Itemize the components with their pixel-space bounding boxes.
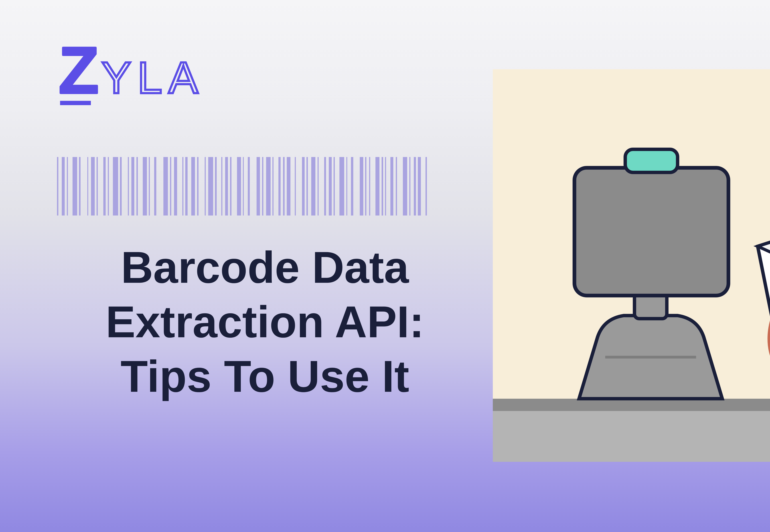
barcode-bar [287,157,290,216]
monitor-back [575,168,728,296]
barcode-bar [205,157,206,216]
barcode-bar [360,157,363,216]
barcode-bar [329,157,332,216]
barcode-bar [391,157,393,216]
barcode-bar [306,157,308,216]
barcode-bar [221,157,222,216]
barcode-bar [182,157,183,216]
illustration-container [493,69,770,462]
barcode-bar [120,157,122,216]
barcode-bar [381,157,383,216]
barcode-bar [154,157,156,216]
barcode-bar [256,157,260,216]
barcode-bar [396,157,397,216]
barcode-bar [409,157,411,216]
barcode-bar [278,157,281,216]
receipt-slot [625,149,678,172]
barcode-bar [128,157,129,216]
headline-text: Barcode Data Extraction API: Tips To Use… [57,240,473,403]
barcode-bar [262,157,263,216]
counter-front [493,411,770,462]
barcode-bar [230,157,231,216]
barcode-bar [103,157,106,216]
brand-logo: Z YLA [58,43,204,100]
barcode-bar [170,157,171,216]
barcode-bar [108,157,109,216]
barcode-bar [426,157,427,216]
barcode-bar [243,157,244,216]
barcode-bar [191,157,195,216]
barcode-bar [67,157,68,216]
barcode-bar [311,157,315,216]
barcode-bar [225,157,228,216]
barcode-bar [149,157,150,216]
headline-line-2: Extraction API: [57,295,473,349]
barcode-bar [351,157,353,216]
barcode-bar [237,157,241,216]
barcode-bar [266,157,270,216]
barcode-bar [375,157,379,216]
barcode-bar [91,157,95,216]
barcode-bar [97,157,98,216]
barcode-bar [385,157,386,216]
promo-banner: Z YLA Barcode Data Extraction API: Tips … [0,0,770,532]
logo-letter-z: Z [58,43,97,97]
barcode-bar [403,157,407,216]
barcode-bar [302,157,305,216]
barcode-bar [113,157,118,216]
barcode-bar [197,157,198,216]
barcode-bar [283,157,284,216]
barcode-bar [87,157,88,216]
barcode-bar [131,157,134,216]
barcode-bar [339,157,344,216]
barcode-bar [248,157,250,216]
barcode-bar [346,157,347,216]
barcode-bar [73,157,77,216]
barcode-bar [369,157,370,216]
barcode-bar [143,157,147,216]
barcode-bar [333,157,335,216]
barcode-bar [324,157,326,216]
barcode-bar [215,157,217,216]
barcode-bar [295,157,296,216]
barcode-bar [185,157,187,216]
counter-top [493,399,770,411]
headline-line-3: Tips To Use It [57,349,473,404]
barcode-bar [317,157,318,216]
barcode-bar [163,157,168,216]
barcode-bar [79,157,81,216]
barcode-bar [272,157,273,216]
barcode-bar [208,157,213,216]
logo-letters-yla: YLA [101,55,204,100]
barcode-bar [136,157,138,216]
barcode-bar [174,157,177,216]
barcode-decoration [57,157,430,216]
headline-line-1: Barcode Data [57,240,473,295]
barcode-bar [57,157,58,216]
cashier-illustration [493,69,770,462]
barcode-bar [418,157,421,216]
barcode-bar [62,157,65,216]
product-box [758,232,770,385]
barcode-bar [365,157,366,216]
barcode-bar [414,157,416,216]
